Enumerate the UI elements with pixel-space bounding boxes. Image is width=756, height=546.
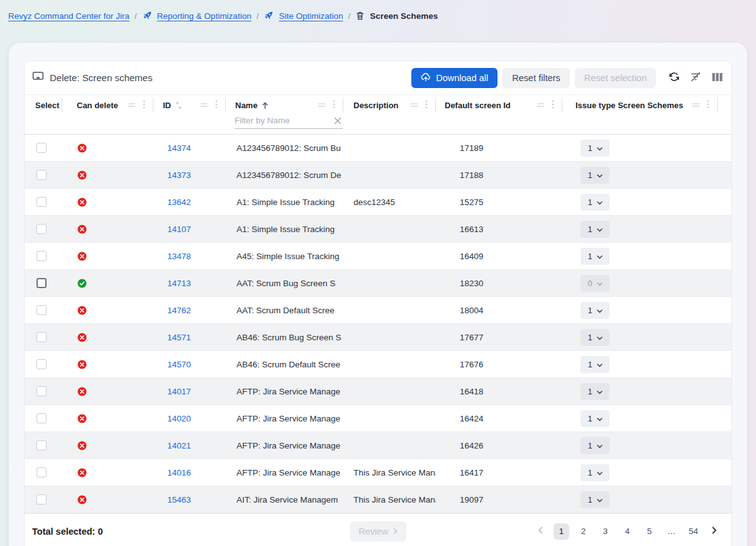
column-menu-icon[interactable] bbox=[552, 100, 554, 111]
row-checkbox[interactable] bbox=[36, 332, 47, 342]
reset-filters-button[interactable]: Reset filters bbox=[503, 68, 570, 88]
column-menu-icon[interactable] bbox=[707, 100, 709, 111]
trash-icon bbox=[355, 11, 365, 21]
sort-both-icon[interactable] bbox=[175, 101, 182, 109]
row-checkbox[interactable] bbox=[36, 494, 47, 504]
row-checkbox[interactable] bbox=[36, 440, 47, 450]
issue-type-count-dropdown[interactable]: 1 bbox=[581, 356, 609, 373]
issue-type-cell: 1 bbox=[562, 216, 718, 242]
issue-type-count-dropdown[interactable]: 1 bbox=[581, 410, 609, 427]
row-id-link[interactable]: 15463 bbox=[167, 495, 191, 504]
breadcrumb-link-site-optimization[interactable]: Site Optimization bbox=[279, 11, 343, 21]
row-id-link[interactable]: 13642 bbox=[167, 198, 191, 207]
pagination-page-3[interactable]: 3 bbox=[598, 523, 613, 540]
pagination-page-4[interactable]: 4 bbox=[620, 523, 635, 540]
issue-type-cell: 1 bbox=[562, 243, 718, 269]
columns-icon bbox=[712, 72, 723, 84]
issue-type-count-dropdown[interactable]: 1 bbox=[581, 167, 609, 184]
row-id-link[interactable]: 14570 bbox=[167, 360, 191, 369]
filter-lines-icon[interactable] bbox=[128, 101, 136, 110]
issue-type-count-value: 1 bbox=[587, 143, 592, 153]
column-header-name[interactable]: Name bbox=[226, 95, 343, 115]
issue-type-count-dropdown[interactable]: 1 bbox=[581, 248, 609, 265]
table-row: 14374 A123456789012: Scrum Bu 17189 1 bbox=[25, 135, 731, 162]
clear-filter-icon[interactable] bbox=[333, 117, 343, 125]
issue-type-count-dropdown[interactable]: 1 bbox=[581, 140, 609, 157]
pagination-page-54[interactable]: 54 bbox=[686, 523, 701, 540]
issue-type-count-dropdown[interactable]: 1 bbox=[581, 464, 609, 481]
row-default-screen-id: 18004 bbox=[436, 297, 562, 323]
can-delete-cell bbox=[62, 297, 153, 323]
row-id-link[interactable]: 14016 bbox=[167, 468, 191, 477]
row-checkbox[interactable] bbox=[36, 386, 47, 396]
issue-type-cell: 1 bbox=[562, 324, 718, 350]
row-checkbox[interactable] bbox=[36, 224, 47, 234]
column-menu-icon[interactable] bbox=[143, 100, 145, 111]
row-id-link[interactable]: 14020 bbox=[167, 414, 191, 423]
pagination-next-button[interactable] bbox=[708, 523, 721, 540]
can-delete-cell bbox=[62, 405, 153, 432]
row-id-link[interactable]: 14762 bbox=[167, 306, 191, 315]
can-delete-cell bbox=[62, 351, 153, 377]
columns-button[interactable] bbox=[709, 70, 725, 86]
issue-type-count-dropdown[interactable]: 1 bbox=[581, 221, 609, 238]
row-checkbox[interactable] bbox=[36, 143, 47, 153]
filter-lines-icon[interactable] bbox=[200, 101, 208, 110]
row-id-link[interactable]: 14017 bbox=[167, 387, 191, 396]
id-cell: 14374 bbox=[153, 135, 226, 161]
row-description bbox=[343, 378, 436, 404]
sort-ascending-icon[interactable] bbox=[262, 101, 269, 109]
row-id-link[interactable]: 14713 bbox=[167, 279, 191, 288]
cannot-delete-icon bbox=[77, 143, 87, 153]
filter-lines-icon[interactable] bbox=[318, 101, 326, 110]
download-all-button[interactable]: Download all bbox=[411, 68, 498, 88]
row-id-link[interactable]: 14107 bbox=[167, 225, 191, 234]
cannot-delete-icon bbox=[77, 198, 87, 207]
id-cell: 14107 bbox=[153, 216, 226, 242]
filter-lines-icon[interactable] bbox=[410, 101, 418, 110]
row-checkbox[interactable] bbox=[36, 413, 47, 423]
issue-type-count-dropdown[interactable]: 1 bbox=[581, 329, 609, 346]
row-checkbox[interactable] bbox=[36, 251, 47, 261]
chevron-down-icon bbox=[597, 414, 603, 423]
row-default-screen-id: 17677 bbox=[436, 324, 562, 350]
issue-type-count-dropdown[interactable]: 0 bbox=[581, 275, 609, 292]
issue-type-count-dropdown[interactable]: 1 bbox=[581, 302, 609, 319]
row-checkbox[interactable] bbox=[36, 359, 47, 369]
row-id-link[interactable]: 13478 bbox=[167, 252, 191, 261]
breadcrumb-link-reporting[interactable]: Reporting & Optimization bbox=[157, 11, 252, 21]
clear-all-filters-button[interactable] bbox=[687, 70, 704, 86]
pagination-page-5[interactable]: 5 bbox=[642, 523, 657, 540]
pagination-pages: 12345…54 bbox=[553, 523, 701, 540]
breadcrumb-link-app[interactable]: Revyz Command Center for Jira bbox=[8, 11, 130, 21]
column-menu-icon[interactable] bbox=[215, 100, 218, 111]
filter-lines-icon[interactable] bbox=[692, 101, 700, 110]
column-menu-icon[interactable] bbox=[333, 100, 335, 111]
filter-lines-icon[interactable] bbox=[536, 101, 545, 110]
pagination-page-2[interactable]: 2 bbox=[575, 523, 591, 540]
pagination-page-1[interactable]: 1 bbox=[553, 523, 569, 540]
issue-type-count-dropdown[interactable]: 1 bbox=[581, 194, 609, 211]
card-title-wrap: Delete: Screen schemes bbox=[32, 71, 152, 85]
row-default-screen-id: 16417 bbox=[436, 459, 562, 486]
row-id-link[interactable]: 14571 bbox=[167, 333, 191, 342]
issue-type-count-dropdown[interactable]: 1 bbox=[581, 437, 609, 454]
column-header-id[interactable]: ID bbox=[153, 95, 226, 115]
select-cell bbox=[25, 135, 62, 161]
issue-type-cell: 1 bbox=[562, 486, 718, 513]
id-cell: 14016 bbox=[153, 459, 226, 486]
row-checkbox[interactable] bbox=[36, 278, 47, 288]
issue-type-count-dropdown[interactable]: 1 bbox=[581, 491, 609, 508]
refresh-button[interactable] bbox=[666, 70, 682, 86]
row-checkbox[interactable] bbox=[36, 170, 47, 180]
row-id-link[interactable]: 14374 bbox=[167, 143, 191, 153]
row-id-link[interactable]: 14021 bbox=[167, 441, 191, 450]
row-id-link[interactable]: 14373 bbox=[167, 170, 191, 180]
issue-type-count-dropdown[interactable]: 1 bbox=[581, 383, 609, 400]
row-checkbox[interactable] bbox=[36, 467, 47, 477]
name-filter-input[interactable] bbox=[235, 116, 333, 125]
row-checkbox[interactable] bbox=[36, 305, 47, 315]
column-menu-icon[interactable] bbox=[425, 100, 428, 111]
row-name: AAT: Scrum Default Scree bbox=[226, 297, 343, 323]
row-checkbox[interactable] bbox=[36, 197, 47, 207]
